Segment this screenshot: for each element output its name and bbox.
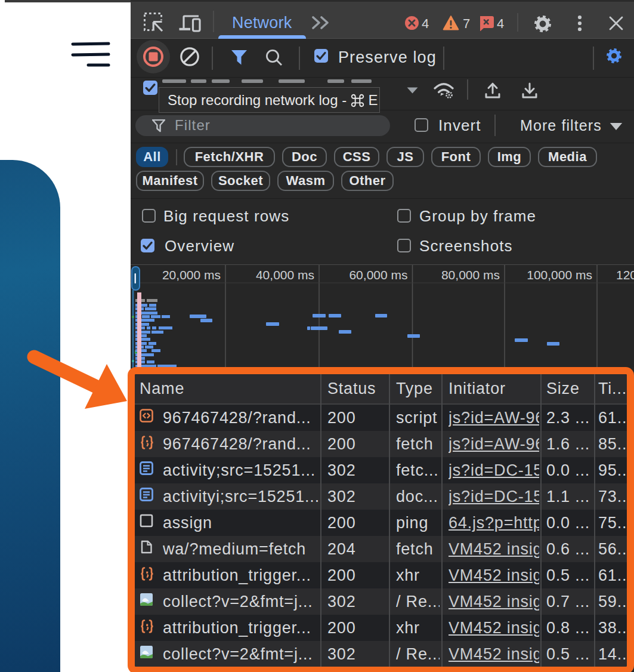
svg-text:120,: 120, — [616, 268, 634, 282]
svg-text:100,000 ms: 100,000 ms — [527, 268, 592, 282]
svg-text:20,000 ms: 20,000 ms — [162, 268, 221, 282]
svg-text:60,000 ms: 60,000 ms — [349, 268, 407, 282]
svg-text:40,000 ms: 40,000 ms — [256, 268, 314, 282]
svg-text:80,000 ms: 80,000 ms — [441, 268, 500, 282]
